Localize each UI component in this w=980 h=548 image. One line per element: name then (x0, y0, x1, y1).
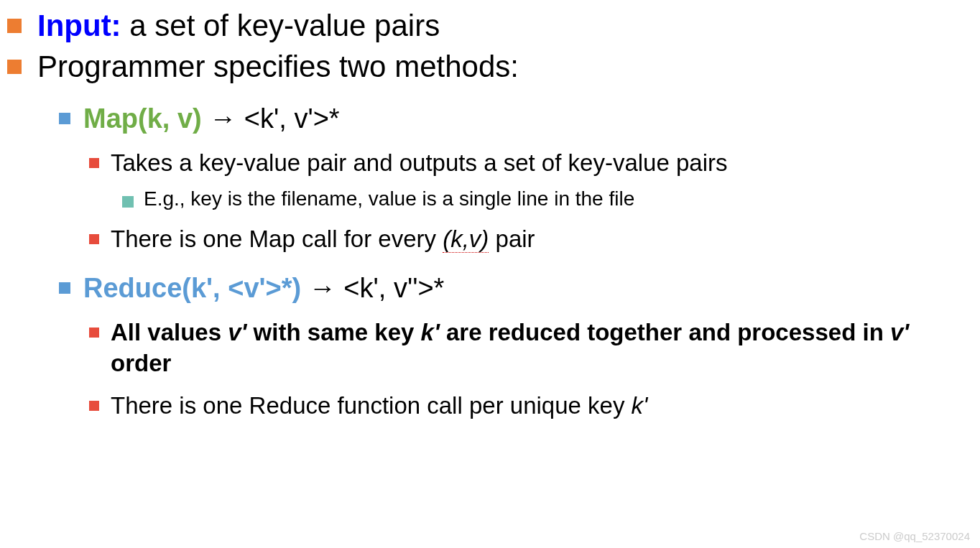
map-desc2-post: pair (489, 226, 535, 252)
reduce-arrow: → <k', v''>* (301, 273, 444, 303)
bullet-reduce-desc2: There is one Reduce function call per un… (7, 391, 966, 422)
map-desc1: Takes a key-value pair and outputs a set… (111, 148, 966, 179)
reduce-desc2-k: k' (632, 392, 648, 419)
square-bullet-icon (89, 158, 99, 168)
square-bullet-icon (89, 328, 99, 338)
square-bullet-icon (59, 282, 70, 294)
input-label: Input: (37, 9, 121, 42)
reduce-desc1-k: k' (421, 319, 440, 345)
bullet-map-desc2: There is one Map call for every (k,v) pa… (7, 224, 966, 255)
bullet-programmer: Programmer specifies two methods: (7, 48, 966, 86)
reduce-desc1-p4: order (111, 350, 171, 376)
square-bullet-icon (89, 234, 99, 244)
square-bullet-icon (89, 401, 99, 411)
map-example: E.g., key is the filename, value is a si… (144, 186, 966, 212)
reduce-desc1: All values v' with same key k' are reduc… (111, 317, 966, 379)
map-line: Map(k, v) → <k', v'>* (83, 101, 966, 136)
bullet-map-desc1: Takes a key-value pair and outputs a set… (7, 148, 966, 179)
map-desc2: There is one Map call for every (k,v) pa… (111, 224, 966, 255)
bullet-map-example: E.g., key is the filename, value is a si… (7, 186, 966, 212)
square-bullet-icon (7, 19, 22, 33)
map-arrow: → <k', v'>* (202, 103, 340, 134)
bullet-map: Map(k, v) → <k', v'>* (7, 101, 966, 136)
map-desc2-pre: There is one Map call for every (111, 226, 443, 252)
watermark: CSDN @qq_52370024 (859, 530, 970, 542)
input-line: Input: a set of key-value pairs (37, 7, 966, 45)
square-bullet-icon (59, 113, 70, 124)
map-func: Map(k, v) (83, 103, 202, 134)
input-rest: a set of key-value pairs (121, 9, 440, 42)
square-bullet-icon (122, 196, 134, 208)
bullet-reduce: Reduce(k', <v'>*) → <k', v''>* (7, 271, 966, 306)
bullet-input: Input: a set of key-value pairs (7, 7, 966, 45)
reduce-desc2: There is one Reduce function call per un… (111, 391, 966, 422)
programmer-line: Programmer specifies two methods: (37, 48, 966, 86)
reduce-desc2-pre: There is one Reduce function call per un… (111, 392, 632, 419)
reduce-desc1-p3: are reduced together and processed in (440, 319, 890, 345)
reduce-desc1-p1: All values (111, 319, 228, 345)
reduce-desc1-v1: v' (228, 319, 246, 345)
reduce-line: Reduce(k', <v'>*) → <k', v''>* (83, 271, 966, 306)
bullet-reduce-desc1: All values v' with same key k' are reduc… (7, 317, 966, 379)
reduce-func: Reduce(k', <v'>*) (83, 273, 301, 303)
reduce-desc1-v2: v' (890, 319, 909, 345)
map-desc2-kv: (k,v) (443, 226, 489, 253)
reduce-desc1-p2: with same key (246, 319, 420, 345)
square-bullet-icon (7, 60, 22, 74)
